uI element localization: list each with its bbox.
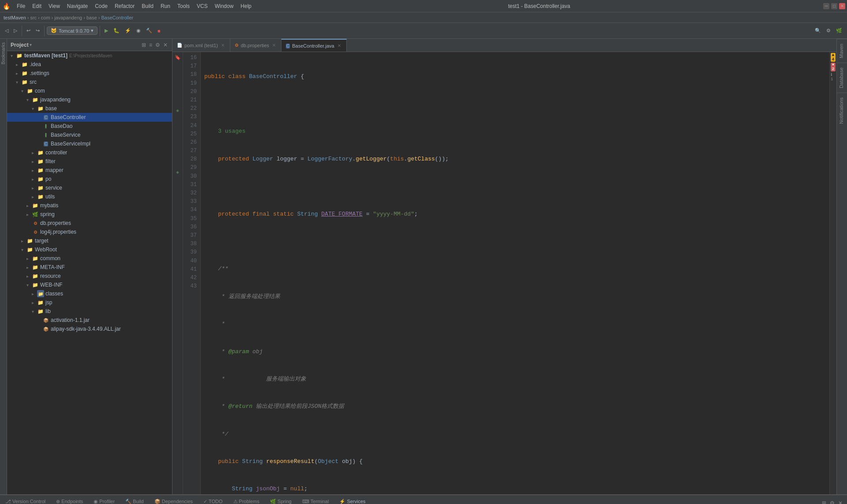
menu-view[interactable]: View [45, 2, 64, 10]
tree-javapandeng[interactable]: ▾ 📁 javapandeng [7, 95, 172, 104]
editor-content[interactable]: 🔖 ◈ ◈ [172, 52, 836, 494]
minimize-button[interactable]: ─ [823, 3, 829, 9]
settings-button[interactable]: ⚙ [824, 26, 833, 35]
tab-basecontroller[interactable]: C BaseController.java ✕ [281, 39, 347, 52]
tab-profiler[interactable]: ◉ Profiler [88, 497, 120, 504]
notifications-tab[interactable]: Notifications [837, 93, 847, 128]
tab-terminal[interactable]: ⌨ Terminal [297, 497, 334, 504]
bc-javapandeng[interactable]: javapandeng [54, 15, 82, 20]
tree-target[interactable]: 📁 target [7, 236, 172, 245]
tab-version-control[interactable]: ⎇ Version Control [0, 497, 51, 504]
bc-class[interactable]: BaseController [101, 15, 133, 20]
tree-idea[interactable]: 📁 .idea [7, 60, 172, 69]
tree-activation-jar[interactable]: 📦 activation-1.1.jar [7, 316, 172, 325]
tab-dbprops[interactable]: ⚙ db.properties ✕ [230, 39, 281, 52]
close-panel-button[interactable]: ✕ [162, 41, 169, 49]
code-editor[interactable]: public class BaseController { 3 usages p… [201, 52, 836, 494]
tab-dependencies[interactable]: 📦 Dependencies [149, 497, 198, 504]
tree-spring-label: spring [40, 211, 55, 217]
tree-resource[interactable]: 📁 resource [7, 272, 172, 280]
bc-com[interactable]: com [41, 15, 50, 20]
settings-panel-button[interactable]: ⚙ [829, 499, 836, 504]
run-config-selector[interactable]: 🐱 Tomcat 9.0.70 ▾ [47, 26, 97, 35]
tree-classes[interactable]: 📁 classes [7, 289, 172, 298]
menu-tools[interactable]: Tools [174, 2, 193, 10]
tree-baseservice[interactable]: I BaseService [7, 131, 172, 139]
menu-window[interactable]: Window [211, 2, 237, 10]
menu-vcs[interactable]: VCS [193, 2, 211, 10]
back-button[interactable]: ◁ [3, 26, 11, 35]
tab-todo[interactable]: ✓ TODO [198, 497, 228, 504]
dbprops-tab-close[interactable]: ✕ [271, 42, 277, 48]
close-button[interactable]: ✕ [839, 3, 845, 9]
project-dropdown-icon[interactable]: ▾ [30, 42, 32, 47]
profile-button[interactable]: ◉ [134, 26, 143, 35]
tree-alipay-jar[interactable]: 📦 alipay-sdk-java-3.4.49.ALL.jar [7, 325, 172, 333]
tree-basecontroller[interactable]: C BaseController [7, 113, 172, 122]
search-everywhere-button[interactable]: 🔍 [813, 26, 823, 35]
tree-mybatis[interactable]: 📁 mybatis [7, 201, 172, 210]
maximize-button[interactable]: □ [831, 3, 837, 9]
undo-button[interactable]: ↩ [24, 26, 33, 35]
pom-tab-close[interactable]: ✕ [220, 42, 225, 48]
bc-base[interactable]: base [86, 15, 97, 20]
forward-button[interactable]: ▷ [11, 26, 19, 35]
stop-button[interactable]: ■ [155, 27, 163, 35]
menu-code[interactable]: Code [91, 2, 111, 10]
build-button[interactable]: 🔨 [144, 26, 154, 35]
bc-tab-close[interactable]: ✕ [337, 43, 342, 49]
tree-jsp[interactable]: 📁 jsp [7, 298, 172, 307]
menu-run[interactable]: Run [157, 2, 174, 10]
database-tab[interactable]: Database [837, 63, 847, 93]
tree-root[interactable]: ▾ 📁 testMaven [test1] E:\Projects\testMa… [7, 51, 172, 60]
filter-button[interactable]: ⚙ [154, 41, 161, 49]
tabs-bar: 📄 pom.xml (test1) ✕ ⚙ db.properties ✕ C … [172, 39, 836, 52]
tree-basedao[interactable]: I BaseDao [7, 122, 172, 131]
tree-utils[interactable]: 📁 utils [7, 192, 172, 201]
coverage-button[interactable]: ⚡ [123, 26, 133, 35]
tree-mapper[interactable]: 📁 mapper [7, 166, 172, 175]
maven-tab[interactable]: Maven [837, 39, 847, 63]
tab-endpoints[interactable]: ⊕ Endpoints [51, 497, 88, 504]
redo-button[interactable]: ↪ [34, 26, 42, 35]
tree-spring[interactable]: 🌿 spring [7, 210, 172, 219]
tree-controller[interactable]: 📁 controller [7, 148, 172, 157]
bc-project[interactable]: testMaven [4, 15, 26, 20]
tree-src[interactable]: ▾ 📁 src [7, 78, 172, 86]
menu-edit[interactable]: Edit [29, 2, 45, 10]
tree-common[interactable]: 📁 common [7, 254, 172, 263]
expand-panel-button[interactable]: ⊞ [821, 499, 827, 504]
menu-file[interactable]: File [13, 2, 29, 10]
tab-services[interactable]: ⚡ Services [334, 497, 371, 504]
tree-lib[interactable]: ▾ 📁 lib [7, 307, 172, 316]
tree-metainf[interactable]: 📁 META-INF [7, 263, 172, 272]
tree-com[interactable]: ▾ 📁 com [7, 86, 172, 95]
tab-spring[interactable]: 🌿 Spring [265, 497, 297, 504]
tree-webinf[interactable]: ▾ 📁 WEB-INF [7, 280, 172, 289]
tree-base[interactable]: ▾ 📁 base [7, 104, 172, 113]
tree-log4jprops[interactable]: ⚙ log4j.properties [7, 228, 172, 236]
tab-pom[interactable]: 📄 pom.xml (test1) ✕ [172, 39, 230, 52]
menu-help[interactable]: Help [237, 2, 255, 10]
menu-navigate[interactable]: Navigate [64, 2, 91, 10]
tree-settings[interactable]: 📁 .settings [7, 69, 172, 78]
run-button[interactable]: ▶ [102, 26, 110, 35]
close-panel-btn[interactable]: ✕ [837, 499, 843, 504]
bc-src[interactable]: src [30, 15, 37, 20]
menu-build[interactable]: Build [138, 2, 157, 10]
tab-problems[interactable]: ⚠ Problems [228, 497, 265, 504]
menu-refactor[interactable]: Refactor [111, 2, 138, 10]
tree-dbprops[interactable]: ⚙ db.properties [7, 219, 172, 228]
tab-build-bottom[interactable]: 🔨 Build [120, 497, 149, 504]
tree-service[interactable]: 📁 service [7, 183, 172, 192]
debug-button[interactable]: 🐛 [111, 26, 122, 35]
gutter-25 [173, 133, 182, 142]
tree-baseserviceimpl[interactable]: C BaseServiceImpl [7, 139, 172, 148]
collapse-all-button[interactable]: ⊞ [141, 41, 147, 49]
vcs-button[interactable]: 🌿 [834, 26, 844, 35]
tree-webroot[interactable]: ▾ 📁 WebRoot [7, 245, 172, 254]
bookmarks-tab[interactable]: Bookmarks [0, 39, 7, 68]
tree-filter[interactable]: 📁 filter [7, 157, 172, 166]
tree-po[interactable]: 📁 po [7, 175, 172, 183]
sort-button[interactable]: ≡ [148, 41, 153, 49]
